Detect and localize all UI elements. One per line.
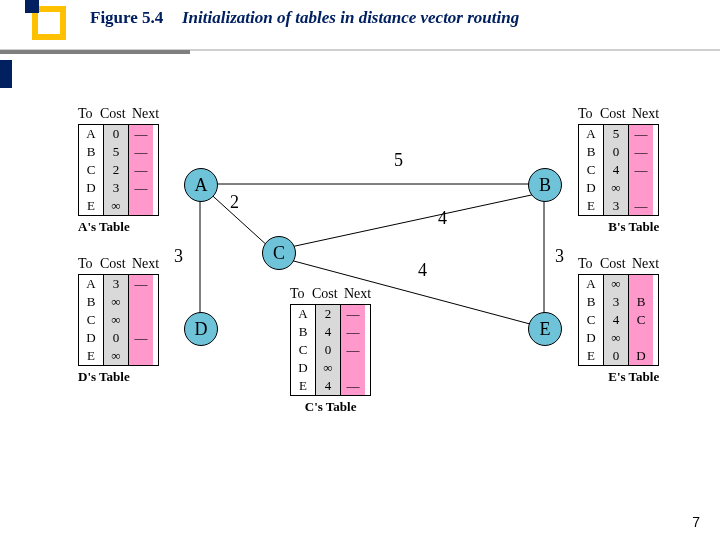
cell [629, 179, 653, 197]
cell: C [629, 311, 653, 329]
cell: 0 [604, 143, 628, 161]
header-rule-dark [0, 50, 190, 54]
cell: 3 [104, 179, 128, 197]
header-ornament [32, 6, 66, 40]
th-cost: Cost [100, 256, 130, 272]
cell: B [579, 143, 603, 161]
th-to: To [578, 256, 598, 272]
th-next: Next [632, 106, 659, 122]
th-to: To [578, 106, 598, 122]
cell [129, 293, 153, 311]
cell: — [129, 179, 153, 197]
cell: 2 [104, 161, 128, 179]
routing-table-D: ToCostNext ABCDE 3∞∞0∞ —— D's Table [78, 256, 159, 385]
table-caption: A's Table [78, 219, 159, 235]
cell: 5 [604, 125, 628, 143]
cell: E [79, 197, 103, 215]
cell: — [129, 275, 153, 293]
graph-node-A: A [184, 168, 218, 202]
cell: C [579, 161, 603, 179]
routing-table-E: ToCostNext ABCDE ∞34∞0 BCD E's Table [578, 256, 659, 385]
cell: D [79, 329, 103, 347]
cell: C [79, 161, 103, 179]
cell: — [341, 305, 365, 323]
th-next: Next [132, 106, 159, 122]
svg-line-3 [286, 194, 536, 248]
cell: 4 [604, 161, 628, 179]
cell: ∞ [104, 347, 128, 365]
cell [629, 275, 653, 293]
cell: — [341, 323, 365, 341]
cell: C [79, 311, 103, 329]
cell: 4 [316, 323, 340, 341]
cell: B [79, 293, 103, 311]
th-to: To [290, 286, 310, 302]
cell [129, 347, 153, 365]
cell: 5 [104, 143, 128, 161]
graph-node-B: B [528, 168, 562, 202]
th-next: Next [344, 286, 371, 302]
cell: A [579, 125, 603, 143]
cell [341, 359, 365, 377]
cell: 2 [316, 305, 340, 323]
cell: D [79, 179, 103, 197]
cell [129, 311, 153, 329]
cell: 3 [104, 275, 128, 293]
cell: ∞ [604, 275, 628, 293]
figure-title: Initialization of tables in distance vec… [182, 8, 519, 28]
cell: — [129, 329, 153, 347]
graph-node-E: E [528, 312, 562, 346]
cell: — [629, 161, 653, 179]
cell: E [579, 347, 603, 365]
cell: B [579, 293, 603, 311]
cell: — [129, 125, 153, 143]
th-to: To [78, 256, 98, 272]
routing-table-B: ToCostNext ABCDE 504∞3 ———— B's Table [578, 106, 659, 235]
th-cost: Cost [600, 256, 630, 272]
th-cost: Cost [312, 286, 342, 302]
th-cost: Cost [100, 106, 130, 122]
cell: 0 [104, 125, 128, 143]
graph-node-C: C [262, 236, 296, 270]
cell: A [79, 275, 103, 293]
header-small-bar [0, 60, 12, 88]
edge-weight-BE: 3 [555, 246, 564, 267]
th-next: Next [632, 256, 659, 272]
figure-diagram: A B C D E 5 2 3 4 3 4 ToCostNext ABCDE 0… [0, 90, 720, 470]
cell: ∞ [604, 329, 628, 347]
table-caption: E's Table [578, 369, 659, 385]
cell: D [579, 179, 603, 197]
cell: 0 [104, 329, 128, 347]
cell: 3 [604, 293, 628, 311]
th-to: To [78, 106, 98, 122]
cell: — [341, 341, 365, 359]
cell: — [129, 161, 153, 179]
cell: C [291, 341, 315, 359]
cell [129, 197, 153, 215]
edge-weight-AB: 5 [394, 150, 403, 171]
cell: A [579, 275, 603, 293]
cell: E [579, 197, 603, 215]
cell: E [79, 347, 103, 365]
cell: — [629, 197, 653, 215]
cell: 0 [316, 341, 340, 359]
table-caption: C's Table [290, 399, 371, 415]
cell: 3 [604, 197, 628, 215]
cell: B [79, 143, 103, 161]
graph-node-D: D [184, 312, 218, 346]
cell: A [79, 125, 103, 143]
th-cost: Cost [600, 106, 630, 122]
edge-weight-CE: 4 [418, 260, 427, 281]
routing-table-C: ToCostNext ABCDE 240∞4 ———— C's Table [290, 286, 371, 415]
cell: B [629, 293, 653, 311]
figure-number: Figure 5.4 [90, 8, 163, 28]
edge-weight-BC: 4 [438, 208, 447, 229]
cell: 0 [604, 347, 628, 365]
cell: ∞ [104, 293, 128, 311]
cell: 4 [316, 377, 340, 395]
edge-weight-AC: 2 [230, 192, 239, 213]
cell: ∞ [604, 179, 628, 197]
cell: 4 [604, 311, 628, 329]
cell: — [129, 143, 153, 161]
cell [629, 329, 653, 347]
